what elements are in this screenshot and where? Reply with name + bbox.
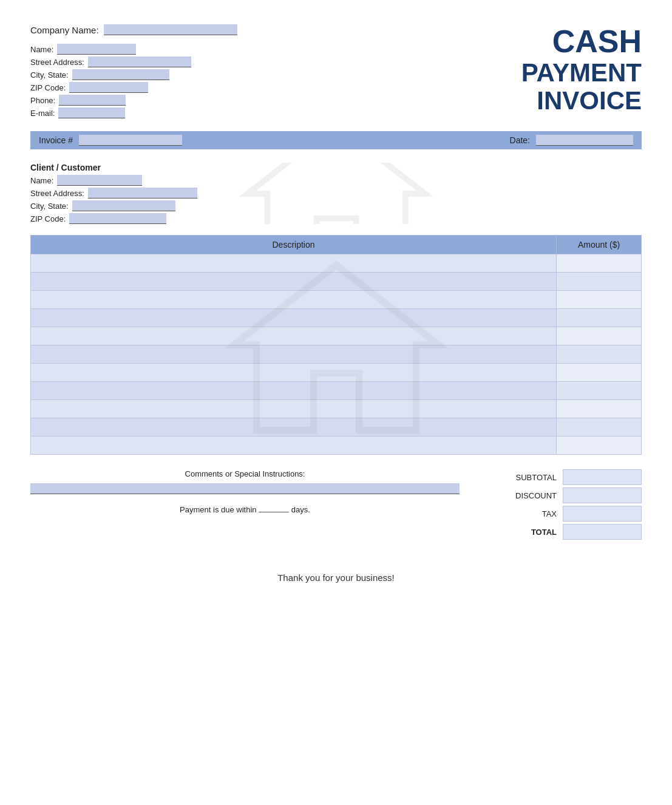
city-label: City, State: xyxy=(30,70,69,80)
table-row xyxy=(31,345,642,364)
client-city-field[interactable] xyxy=(72,200,175,211)
discount-row: DISCOUNT xyxy=(484,487,642,503)
subtotal-row: SUBTOTAL xyxy=(484,469,642,485)
sender-zip-field[interactable] xyxy=(69,82,148,93)
comments-field[interactable] xyxy=(30,483,460,494)
description-cell[interactable] xyxy=(31,254,557,273)
sender-email-field[interactable] xyxy=(58,107,125,118)
amount-header: Amount ($) xyxy=(557,236,642,254)
email-label: E-mail: xyxy=(30,109,55,118)
amount-cell[interactable] xyxy=(557,327,642,345)
amount-cell[interactable] xyxy=(557,345,642,364)
items-table-wrapper: Description Amount ($) xyxy=(30,235,642,455)
days-field[interactable] xyxy=(259,503,289,512)
description-cell[interactable] xyxy=(31,273,557,291)
title-cash: CASH xyxy=(521,24,642,59)
description-cell[interactable] xyxy=(31,345,557,364)
table-row xyxy=(31,291,642,309)
table-row xyxy=(31,382,642,400)
payment-due-row: Payment is due within days. xyxy=(30,503,460,514)
client-title: Client / Customer xyxy=(30,163,642,172)
client-section: Client / Customer Name: Street Address: … xyxy=(30,163,642,224)
client-city-label: City, State: xyxy=(30,202,69,211)
client-name-field[interactable] xyxy=(57,175,142,186)
table-row xyxy=(31,400,642,418)
email-row: E-mail: xyxy=(30,107,521,118)
comments-label: Comments or Special Instructions: xyxy=(30,469,460,478)
invoice-number-field[interactable] xyxy=(79,135,182,146)
table-row xyxy=(31,436,642,455)
table-body xyxy=(31,254,642,455)
payment-due-prefix: Payment is due within xyxy=(180,505,256,514)
table-row xyxy=(31,273,642,291)
amount-cell[interactable] xyxy=(557,254,642,273)
amount-cell[interactable] xyxy=(557,309,642,327)
table-row xyxy=(31,418,642,436)
date-section: Date: xyxy=(510,135,633,146)
totals-section: SUBTOTAL DISCOUNT TAX TOTAL xyxy=(484,469,642,542)
client-zip-label: ZIP Code: xyxy=(30,214,66,223)
bottom-section: Comments or Special Instructions: Paymen… xyxy=(30,469,642,542)
tax-label: TAX xyxy=(508,509,557,518)
company-info: Company Name: Name: Street Address: City… xyxy=(30,24,521,120)
description-header: Description xyxy=(31,236,557,254)
tax-value[interactable] xyxy=(563,506,642,521)
phone-label: Phone: xyxy=(30,96,55,105)
total-label: TOTAL xyxy=(508,528,557,537)
invoice-bar: Invoice # Date: xyxy=(30,131,642,149)
client-street-row: Street Address: xyxy=(30,188,642,199)
description-cell[interactable] xyxy=(31,327,557,345)
table-row xyxy=(31,327,642,345)
city-row: City, State: xyxy=(30,69,521,80)
date-field[interactable] xyxy=(536,135,633,146)
name-row: Name: xyxy=(30,44,521,55)
table-header-row: Description Amount ($) xyxy=(31,236,642,254)
client-zip-row: ZIP Code: xyxy=(30,213,642,224)
total-row: TOTAL xyxy=(484,524,642,540)
discount-value[interactable] xyxy=(563,487,642,503)
table-row xyxy=(31,254,642,273)
zip-label: ZIP Code: xyxy=(30,83,66,92)
invoice-hash-label: Invoice # xyxy=(39,135,73,145)
amount-cell[interactable] xyxy=(557,418,642,436)
date-label: Date: xyxy=(510,135,530,145)
client-name-row: Name: xyxy=(30,175,642,186)
amount-cell[interactable] xyxy=(557,436,642,455)
description-cell[interactable] xyxy=(31,400,557,418)
total-value[interactable] xyxy=(563,524,642,540)
client-zip-field[interactable] xyxy=(69,213,166,224)
client-street-label: Street Address: xyxy=(30,189,84,198)
description-cell[interactable] xyxy=(31,418,557,436)
company-name-field[interactable] xyxy=(104,24,237,35)
client-city-row: City, State: xyxy=(30,200,642,211)
subtotal-value[interactable] xyxy=(563,469,642,485)
invoice-number-section: Invoice # xyxy=(39,135,182,146)
client-street-field[interactable] xyxy=(88,188,197,199)
street-row: Street Address: xyxy=(30,56,521,67)
company-name-row: Company Name: xyxy=(30,24,521,35)
description-cell[interactable] xyxy=(31,291,557,309)
client-name-label: Name: xyxy=(30,176,53,185)
subtotal-label: SUBTOTAL xyxy=(508,473,557,482)
phone-row: Phone: xyxy=(30,95,521,106)
amount-cell[interactable] xyxy=(557,364,642,382)
sender-name-field[interactable] xyxy=(57,44,136,55)
title-payment: PAYMENT xyxy=(521,59,642,87)
description-cell[interactable] xyxy=(31,309,557,327)
amount-cell[interactable] xyxy=(557,291,642,309)
amount-cell[interactable] xyxy=(557,273,642,291)
description-cell[interactable] xyxy=(31,382,557,400)
description-cell[interactable] xyxy=(31,364,557,382)
comments-section: Comments or Special Instructions: Paymen… xyxy=(30,469,484,514)
sender-street-field[interactable] xyxy=(88,56,191,67)
sender-city-field[interactable] xyxy=(72,69,169,80)
description-cell[interactable] xyxy=(31,436,557,455)
sender-phone-field[interactable] xyxy=(59,95,126,106)
amount-cell[interactable] xyxy=(557,400,642,418)
items-table: Description Amount ($) xyxy=(30,235,642,455)
zip-row: ZIP Code: xyxy=(30,82,521,93)
amount-cell[interactable] xyxy=(557,382,642,400)
header: Company Name: Name: Street Address: City… xyxy=(30,24,642,120)
title-invoice: INVOICE xyxy=(521,87,642,115)
company-name-label: Company Name: xyxy=(30,25,99,35)
